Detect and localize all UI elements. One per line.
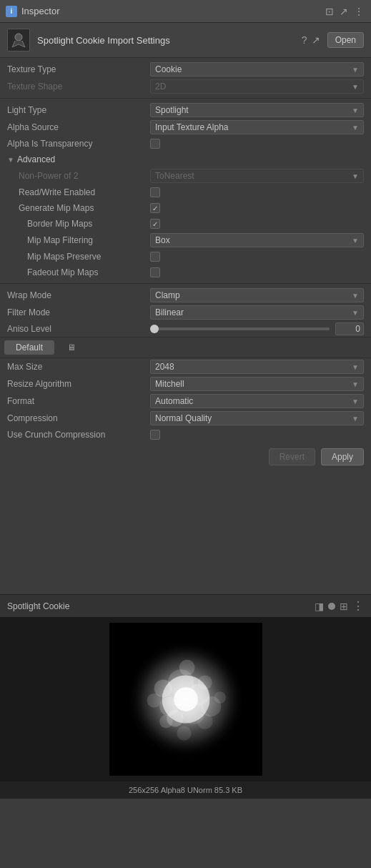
- svg-point-14: [147, 694, 161, 708]
- aniso-slider-track[interactable]: [150, 327, 330, 330]
- asset-icon: [7, 29, 30, 51]
- wrap-mode-label: Wrap Mode: [7, 290, 150, 300]
- wrap-mode-dropdown[interactable]: Clamp ▼: [150, 288, 364, 302]
- chevron-down-icon: ▼: [352, 415, 359, 423]
- mip-preserve-checkbox[interactable]: [150, 252, 160, 262]
- lock-icon[interactable]: ⊡: [324, 4, 335, 19]
- preview-controls: ◨ ⊞ ⋮: [315, 599, 364, 613]
- preview-dot: [328, 603, 335, 610]
- platform-tabs: Default 🖥: [0, 337, 371, 358]
- max-size-label: Max Size: [7, 362, 150, 372]
- border-mip-label: Border Mip Maps: [7, 219, 150, 229]
- preview-title: Spotlight Cookie: [7, 601, 309, 611]
- advanced-section-header[interactable]: ▼ Advanced: [0, 152, 371, 167]
- compression-row: Compression Normal Quality ▼: [0, 410, 371, 427]
- gen-mip-label: Generate Mip Maps: [7, 203, 150, 213]
- max-size-dropdown[interactable]: 2048 ▼: [150, 360, 364, 374]
- empty-area: [0, 471, 371, 586]
- chevron-down-icon: ▼: [352, 83, 359, 91]
- mip-filter-dropdown[interactable]: Box ▼: [150, 233, 364, 247]
- monitor-icon: 🖥: [67, 342, 76, 352]
- texture-shape-row: Texture Shape 2D ▼: [0, 78, 371, 95]
- title-bar: i Inspector ⊡ ↗ ⋮: [0, 0, 371, 23]
- gen-mip-row: Generate Mip Maps: [0, 200, 371, 216]
- asset-title: Spotlight Cookie Import Settings: [37, 35, 295, 46]
- compression-dropdown[interactable]: Normal Quality ▼: [150, 411, 364, 425]
- separator-1: [0, 98, 371, 99]
- open-button[interactable]: Open: [327, 32, 364, 48]
- crunch-row: Use Crunch Compression: [0, 427, 371, 443]
- format-label: Format: [7, 396, 150, 406]
- format-dropdown[interactable]: Automatic ▼: [150, 394, 364, 408]
- inspector-body: Texture Type Cookie ▼ Texture Shape 2D ▼…: [0, 58, 371, 588]
- texture-shape-dropdown: 2D ▼: [150, 79, 364, 94]
- texture-shape-label: Texture Shape: [7, 82, 150, 92]
- texture-type-row: Texture Type Cookie ▼: [0, 61, 371, 78]
- asset-header: Spotlight Cookie Import Settings ? ↗ Ope…: [0, 23, 371, 58]
- read-write-checkbox[interactable]: [150, 187, 160, 197]
- chevron-down-icon: ▼: [352, 292, 359, 300]
- filter-mode-dropdown[interactable]: Bilinear ▼: [150, 305, 364, 320]
- mip-filter-row: Mip Map Filtering Box ▼: [0, 232, 371, 249]
- revert-button[interactable]: Revert: [269, 448, 315, 465]
- apply-button[interactable]: Apply: [321, 448, 364, 465]
- gen-mip-checkbox[interactable]: [150, 203, 160, 213]
- separator-2: [0, 283, 371, 284]
- crunch-checkbox[interactable]: [150, 430, 160, 440]
- section-collapse-icon: ▼: [7, 156, 14, 164]
- default-tab[interactable]: Default: [4, 340, 54, 355]
- aniso-level-label: Aniso Level: [7, 324, 150, 334]
- light-type-row: Light Type Spotlight ▼: [0, 102, 371, 119]
- arrow-icon[interactable]: ↗: [338, 4, 350, 19]
- border-mip-row: Border Mip Maps: [0, 216, 371, 232]
- filter-mode-row: Filter Mode Bilinear ▼: [0, 304, 371, 321]
- more-options-icon[interactable]: ⋮: [352, 599, 364, 613]
- aniso-level-row: Aniso Level 0: [0, 321, 371, 337]
- alpha-source-dropdown[interactable]: Input Texture Alpha ▼: [150, 120, 364, 134]
- alpha-transparency-row: Alpha Is Transparency: [0, 136, 371, 152]
- compression-label: Compression: [7, 413, 150, 423]
- chevron-down-icon: ▼: [352, 107, 359, 114]
- resize-algo-label: Resize Algorithm: [7, 379, 150, 389]
- light-type-dropdown[interactable]: Spotlight ▼: [150, 103, 364, 117]
- title-bar-actions: ⊡ ↗ ⋮: [324, 4, 365, 19]
- chevron-down-icon: ▼: [352, 309, 359, 317]
- more-icon[interactable]: ⋮: [352, 4, 365, 19]
- mip-preserve-label: Mip Maps Preserve: [7, 252, 150, 262]
- monitor-tab[interactable]: 🖥: [56, 340, 87, 355]
- color-icon[interactable]: ◨: [315, 601, 324, 612]
- texture-type-dropdown[interactable]: Cookie ▼: [150, 62, 364, 77]
- filter-mode-label: Filter Mode: [7, 307, 150, 317]
- checkerboard-icon[interactable]: ⊞: [340, 601, 348, 612]
- non-power-row: Non-Power of 2 ToNearest ▼: [0, 167, 371, 184]
- resize-algo-dropdown[interactable]: Mitchell ▼: [150, 377, 364, 391]
- max-size-row: Max Size 2048 ▼: [0, 358, 371, 375]
- chevron-down-icon: ▼: [352, 380, 359, 388]
- texture-preview: [109, 623, 262, 776]
- header-icons: ? ↗: [302, 34, 320, 46]
- aniso-slider-thumb[interactable]: [150, 325, 159, 333]
- chevron-down-icon: ▼: [352, 363, 359, 371]
- mip-preserve-row: Mip Maps Preserve: [0, 249, 371, 265]
- chevron-down-icon: ▼: [352, 398, 359, 405]
- chevron-down-icon: ▼: [352, 66, 359, 74]
- wrap-mode-row: Wrap Mode Clamp ▼: [0, 287, 371, 304]
- alpha-source-label: Alpha Source: [7, 122, 150, 132]
- settings-icon[interactable]: ↗: [312, 34, 320, 46]
- read-write-label: Read/Write Enabled: [7, 187, 150, 197]
- svg-point-15: [214, 691, 226, 704]
- non-power-label: Non-Power of 2: [7, 171, 150, 181]
- help-icon[interactable]: ?: [302, 34, 307, 46]
- chevron-down-icon: ▼: [352, 237, 359, 245]
- title-bar-label: Inspector: [21, 6, 59, 16]
- fadeout-mip-label: Fadeout Mip Maps: [7, 267, 150, 277]
- border-mip-checkbox[interactable]: [150, 219, 160, 229]
- crunch-label: Use Crunch Compression: [7, 430, 150, 440]
- read-write-row: Read/Write Enabled: [0, 184, 371, 200]
- fadeout-mip-checkbox[interactable]: [150, 267, 160, 277]
- svg-point-11: [179, 660, 194, 676]
- alpha-transparency-checkbox[interactable]: [150, 139, 160, 149]
- inspector-icon: i: [6, 6, 17, 17]
- aniso-level-value[interactable]: 0: [335, 322, 364, 335]
- aniso-slider-container: 0: [150, 322, 364, 335]
